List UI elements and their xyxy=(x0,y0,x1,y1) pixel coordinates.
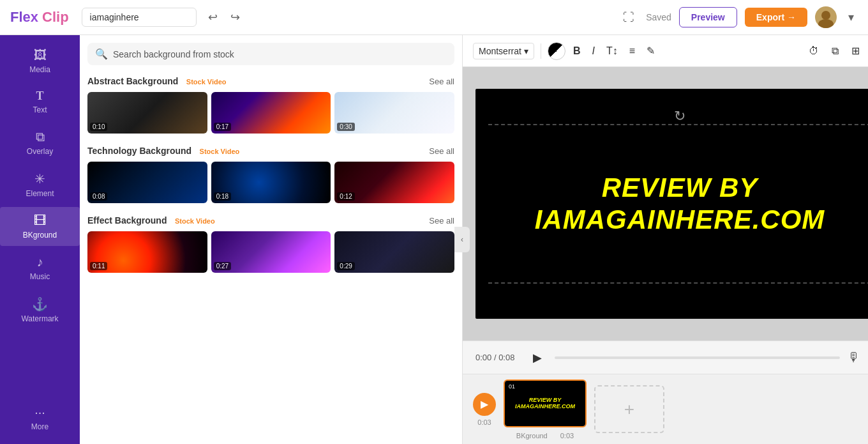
duration-badge: 0:08 xyxy=(90,192,107,201)
sidebar-label-bkground: BKground xyxy=(23,231,57,240)
sidebar-item-text[interactable]: T Text xyxy=(0,83,80,121)
canvas-border-top xyxy=(488,124,868,125)
video-thumb[interactable]: 0:12 xyxy=(334,162,454,203)
duration-badge: 0:27 xyxy=(214,262,231,270)
see-all-abstract[interactable]: See all xyxy=(429,77,454,86)
music-icon: ♪ xyxy=(37,255,43,270)
see-all-technology[interactable]: See all xyxy=(429,146,454,156)
bkground-icon: 🎞 xyxy=(34,213,47,228)
section-badge-technology: Stock Video xyxy=(200,148,240,155)
play-button[interactable]: ▶ xyxy=(528,351,547,365)
canvas-container: ↻ REVIEW BY IAMAGAINHERE.COM xyxy=(463,67,868,341)
element-icon: ✳ xyxy=(34,171,45,187)
clip-label-text: BKground xyxy=(516,432,548,440)
background-panel: 🔍 Abstract Background Stock Video See al… xyxy=(80,35,463,444)
section-title-technology: Technology Background xyxy=(87,146,191,156)
section-effect: Effect Background Stock Video See all 0:… xyxy=(87,215,454,273)
sidebar-item-more[interactable]: ··· More xyxy=(0,399,80,438)
format-divider-1 xyxy=(541,43,541,59)
video-thumb[interactable]: 0:30 xyxy=(334,92,454,134)
saved-status: Saved xyxy=(646,12,671,22)
logo-text: Flex xyxy=(10,9,38,26)
sidebar-item-media[interactable]: 🖼 Media xyxy=(0,42,80,80)
edit-button[interactable]: ✎ xyxy=(643,42,659,59)
sidebar-label-element: Element xyxy=(26,189,54,198)
topbar-history: ↩ ↪ xyxy=(204,8,244,27)
section-header-abstract: Abstract Background Stock Video See all xyxy=(87,75,454,87)
logo: FlexClip xyxy=(10,9,69,26)
clip-text: REVIEW BY IAMAGAINHERE.COM xyxy=(515,397,575,410)
topbar: FlexClip ↩ ↪ ⛶ Saved Preview Export → ▾ xyxy=(0,0,868,35)
playback-bar: 0:00 / 0:08 ▶ 🎙 0:03 xyxy=(463,341,868,374)
see-all-effect[interactable]: See all xyxy=(429,216,454,226)
clip-line2: IAMAGAINHERE.COM xyxy=(515,403,575,410)
layers-button[interactable]: ⧉ xyxy=(828,42,842,59)
sidebar-label-text: Text xyxy=(33,105,47,114)
timeline-play-button[interactable]: ▶ xyxy=(473,393,496,416)
search-input[interactable] xyxy=(113,49,447,59)
canvas-border-bottom xyxy=(488,282,868,284)
video-thumb[interactable]: 0:17 xyxy=(211,92,331,134)
video-thumb[interactable]: 0:29 xyxy=(334,231,454,273)
section-abstract: Abstract Background Stock Video See all … xyxy=(87,75,454,134)
overlay-icon: ⧉ xyxy=(36,130,45,144)
sidebar-item-music[interactable]: ♪ Music xyxy=(0,249,80,287)
panel-collapse-button[interactable]: ‹ xyxy=(454,227,470,252)
svg-point-0 xyxy=(821,11,830,20)
video-grid-abstract: 0:10 0:17 0:30 xyxy=(87,92,454,134)
avatar-chevron[interactable]: ▾ xyxy=(844,8,858,27)
video-thumb[interactable]: 0:08 xyxy=(87,162,207,203)
section-badge-abstract: Stock Video xyxy=(186,78,227,86)
duration-badge: 0:29 xyxy=(337,262,354,270)
canvas[interactable]: ↻ REVIEW BY IAMAGAINHERE.COM xyxy=(475,89,868,319)
video-thumb[interactable]: 0:27 xyxy=(211,231,331,273)
timeline-clip[interactable]: REVIEW BY IAMAGAINHERE.COM 01 xyxy=(504,379,587,427)
search-bar[interactable]: 🔍 xyxy=(87,43,454,65)
export-button[interactable]: Export → xyxy=(745,8,807,27)
time-display: 0:00 / 0:08 xyxy=(475,353,520,362)
topbar-right: ⛶ Saved Preview Export → ▾ xyxy=(619,6,858,28)
add-clip-button[interactable]: + xyxy=(594,385,664,433)
avatar[interactable] xyxy=(815,6,837,28)
fullscreen-button[interactable]: ⛶ xyxy=(619,8,638,27)
duration-badge: 0:30 xyxy=(337,123,354,131)
text-size-button[interactable]: T↕ xyxy=(602,43,622,59)
timeline: ▶ 0:03 REVIEW BY IAMAGAINHERE.COM 01 BKg… xyxy=(463,374,868,444)
project-name-input[interactable] xyxy=(82,8,197,27)
section-technology: Technology Background Stock Video See al… xyxy=(87,145,454,203)
section-title-effect: Effect Background xyxy=(87,215,167,226)
sidebar-label-music: Music xyxy=(30,272,50,281)
italic-button[interactable]: I xyxy=(588,43,598,59)
sidebar-label-more: More xyxy=(31,422,49,431)
sidebar-item-bkground[interactable]: 🎞 BKground xyxy=(0,207,80,246)
undo-button[interactable]: ↩ xyxy=(204,8,221,27)
format-right: ⏱ ⧉ ⊞ 🗑 xyxy=(805,42,868,59)
video-thumb[interactable]: 0:18 xyxy=(211,162,331,203)
align-button[interactable]: ≡ xyxy=(625,43,639,59)
sidebar-item-overlay[interactable]: ⧉ Overlay xyxy=(0,123,80,162)
microphone-button[interactable]: 🎙 xyxy=(848,350,860,365)
video-thumb[interactable]: 0:10 xyxy=(87,92,207,134)
preview-button[interactable]: Preview xyxy=(679,7,737,27)
bold-button[interactable]: B xyxy=(569,43,585,59)
grid-button[interactable]: ⊞ xyxy=(848,42,864,59)
main-layout: 🖼 Media T Text ⧉ Overlay ✳ Element 🎞 BKg… xyxy=(0,35,868,444)
color-picker-button[interactable] xyxy=(548,42,565,60)
section-header-technology: Technology Background Stock Video See al… xyxy=(87,145,454,157)
progress-bar[interactable] xyxy=(555,356,840,359)
sidebar-label-media: Media xyxy=(29,65,50,74)
section-header-effect: Effect Background Stock Video See all xyxy=(87,215,454,226)
search-icon: 🔍 xyxy=(95,48,108,60)
font-selector[interactable]: Montserrat ▾ xyxy=(473,43,534,59)
video-thumb[interactable]: 0:11 xyxy=(87,231,207,273)
section-badge-effect: Stock Video xyxy=(175,217,215,225)
redo-button[interactable]: ↪ xyxy=(227,8,244,27)
video-grid-technology: 0:08 0:18 0:12 xyxy=(87,162,454,203)
format-bar: Montserrat ▾ B I T↕ ≡ ✎ ⏱ ⧉ ⊞ 🗑 xyxy=(463,35,868,67)
sidebar-item-watermark[interactable]: ⚓ Watermark xyxy=(0,290,80,330)
sidebar-item-element[interactable]: ✳ Element xyxy=(0,165,80,204)
clip-duration-text: 0:03 xyxy=(560,432,574,440)
sidebar: 🖼 Media T Text ⧉ Overlay ✳ Element 🎞 BKg… xyxy=(0,35,80,444)
text-icon: T xyxy=(36,89,43,103)
timer-button[interactable]: ⏱ xyxy=(805,42,823,59)
